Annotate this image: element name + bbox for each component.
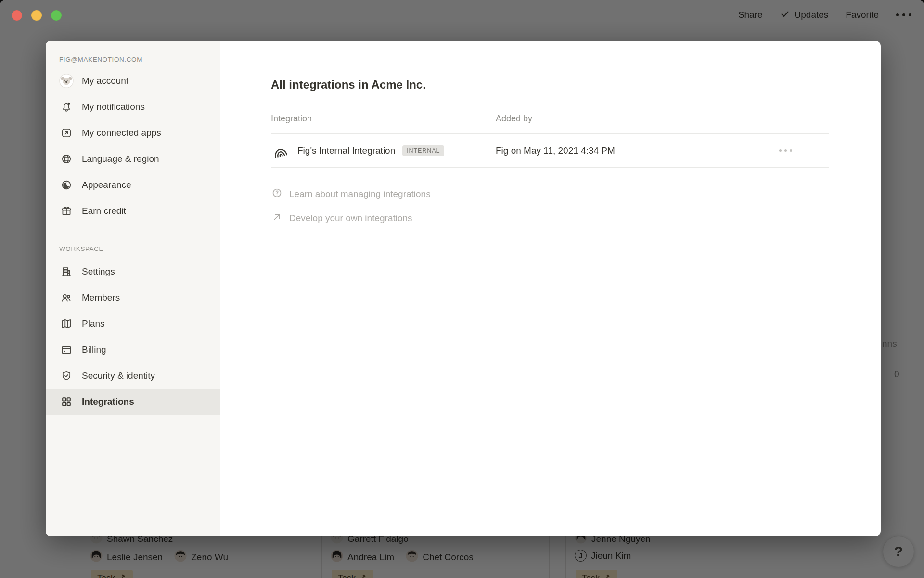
sidebar-item-my-connected-apps[interactable]: My connected apps (46, 120, 220, 146)
integrations-panel: All integrations in Acme Inc. Integratio… (220, 41, 881, 536)
credit-card-icon (59, 342, 74, 357)
arrow-up-right-icon (271, 211, 283, 225)
close-button[interactable] (12, 10, 22, 21)
sidebar-item-label: My connected apps (82, 128, 161, 138)
sidebar-item-plans[interactable]: Plans (46, 311, 220, 337)
building-icon (59, 264, 74, 279)
globe-icon (59, 152, 74, 166)
integration-added-by: Fig on May 11, 2021 4:34 PM (496, 145, 773, 156)
sidebar-item-my-notifications[interactable]: My notifications (46, 94, 220, 120)
sidebar-item-billing[interactable]: Billing (46, 337, 220, 363)
gift-icon (59, 204, 74, 218)
link-label: Learn about managing integrations (289, 189, 431, 199)
sidebar-item-security-identity[interactable]: Security & identity (46, 363, 220, 389)
sidebar-item-appearance[interactable]: Appearance (46, 172, 220, 198)
moon-circle-icon (59, 178, 74, 192)
sidebar-item-label: Members (82, 292, 120, 303)
page-title: All integrations in Acme Inc. (271, 41, 829, 92)
minimize-button[interactable] (31, 10, 42, 21)
learn-integrations-link[interactable]: Learn about managing integrations (271, 182, 829, 206)
link-label: Develop your own integrations (289, 213, 412, 223)
internal-badge: INTERNAL (402, 145, 444, 156)
sidebar-item-earn-credit[interactable]: Earn credit (46, 198, 220, 224)
connected-apps-icon (59, 126, 74, 140)
settings-sidebar: FIG@MAKENOTION.COM My account My notific… (46, 41, 220, 536)
sidebar-item-label: Security & identity (82, 370, 155, 381)
sidebar-item-label: Earn credit (82, 206, 126, 216)
sidebar-item-label: My notifications (82, 102, 145, 112)
sidebar-item-language-region[interactable]: Language & region (46, 146, 220, 172)
sidebar-item-members[interactable]: Members (46, 285, 220, 311)
help-circle-icon (271, 187, 283, 201)
column-header-integration: Integration (271, 114, 496, 124)
sidebar-item-label: Billing (82, 344, 106, 355)
zoom-button[interactable] (51, 10, 62, 21)
grid-icon (59, 394, 74, 409)
koala-avatar-icon (59, 74, 74, 88)
sidebar-item-label: My account (82, 76, 128, 86)
map-icon (59, 316, 74, 331)
shield-check-icon (59, 368, 74, 383)
integration-row[interactable]: Fig's Internal Integration INTERNAL Fig … (271, 134, 829, 168)
column-header-added-by: Added by (496, 114, 773, 124)
sidebar-item-label: Language & region (82, 154, 159, 164)
sidebar-item-label: Appearance (82, 180, 131, 190)
sidebar-item-my-account[interactable]: My account (46, 68, 220, 94)
fig-arcs-logo-icon (271, 139, 289, 162)
develop-integrations-link[interactable]: Develop your own integrations (271, 206, 829, 230)
row-more-icon[interactable] (773, 149, 829, 152)
table-header: Integration Added by (271, 104, 829, 134)
sidebar-item-settings[interactable]: Settings (46, 259, 220, 285)
sidebar-item-integrations[interactable]: Integrations (46, 389, 220, 415)
sidebar-item-label: Integrations (82, 396, 134, 407)
members-icon (59, 290, 74, 305)
workspace-section-label: WORKSPACE (46, 245, 220, 253)
integration-name: Fig's Internal Integration (297, 145, 395, 156)
account-email-label: FIG@MAKENOTION.COM (46, 55, 220, 64)
app-window: Share Updates Favorite Shawn Sanchez (0, 0, 924, 578)
footer-links: Learn about managing integrations Develo… (271, 182, 829, 230)
settings-modal: FIG@MAKENOTION.COM My account My notific… (46, 41, 881, 536)
bell-icon (59, 100, 74, 114)
window-controls (12, 10, 62, 21)
sidebar-item-label: Settings (82, 266, 115, 277)
sidebar-item-label: Plans (82, 318, 105, 329)
